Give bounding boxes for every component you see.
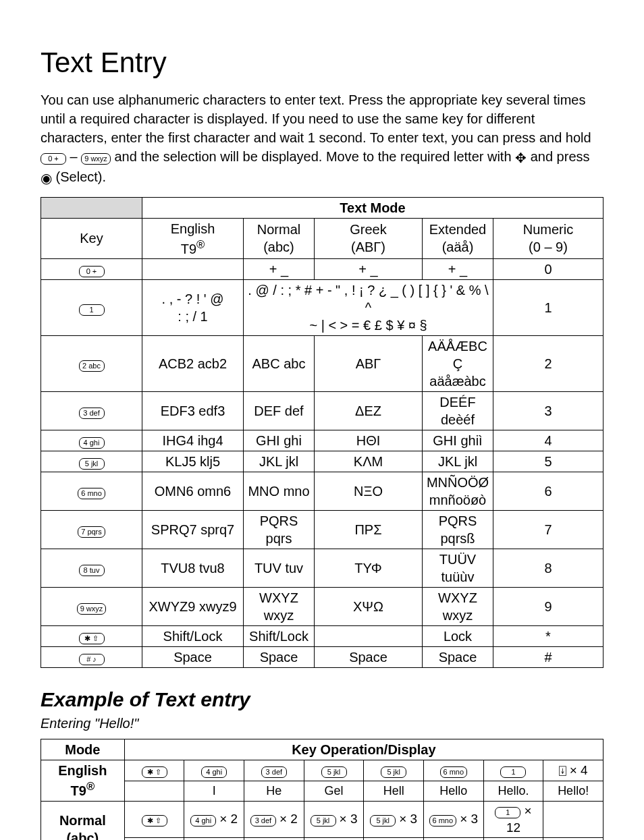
key-cell: 0 + <box>41 259 142 280</box>
cell: . @ / : ; * # + - " , ! ¡ ? ¿ _ ( ) [ ] … <box>244 280 493 336</box>
kstar-icon: ✱ ⇧ <box>142 815 167 827</box>
key-cell: 5 jkl <box>41 451 142 472</box>
cell: ABC abc <box>244 336 315 392</box>
intro-text: You can use alphanumeric characters to e… <box>41 90 603 187</box>
text-mode-table: Text Mode Key English T9® Normal (abc) G… <box>41 197 603 669</box>
khash-icon: # ♪ <box>79 654 105 665</box>
cell: 4 ghi × 2 <box>184 801 244 837</box>
cell: * <box>493 626 603 647</box>
cell: 3 <box>493 392 603 430</box>
k5-icon: 5 jkl <box>370 815 396 827</box>
kstar-icon: ✱ ⇧ <box>79 633 105 644</box>
cell: + _ <box>244 259 315 280</box>
table-row: 6 mnoOMN6 omn6MNO mnoΝΞΟMNÑOÖØ mnñoöøò6 <box>41 472 603 511</box>
cell: # <box>493 647 603 668</box>
cell: ΤΥΦ <box>315 549 423 588</box>
cell: 1 × 12 <box>483 801 543 837</box>
cell: TUV tuv <box>244 549 315 588</box>
table-row: 2 abcACB2 acb2ABC abcΑΒΓAÄÅÆBCÇ aäåæàbc2 <box>41 336 603 392</box>
key-0-icon: 0 + <box>41 153 66 165</box>
col-extended: Extended (aäå) <box>423 218 493 259</box>
k5-icon: 5 jkl <box>321 766 347 778</box>
col-key: Key <box>41 218 142 259</box>
cell: GHI ghiì <box>423 430 493 451</box>
cell: Space <box>142 647 244 668</box>
table-row: 4 ghiIHG4 ihg4GHI ghiΗΘΙGHI ghiì4 <box>41 430 603 451</box>
cell: ✱ ⇧ <box>124 801 184 837</box>
cell: Space <box>244 647 315 668</box>
nav-icon: ✥ <box>515 148 527 167</box>
k4-icon: 4 ghi <box>201 766 227 778</box>
k1-icon: 1 <box>495 807 520 818</box>
cell: PQRS pqrs <box>244 511 315 549</box>
k4-icon: 4 ghi <box>190 815 216 827</box>
cell: ΚΛΜ <box>315 451 423 472</box>
k6-icon: 6 mno <box>429 815 457 827</box>
cell: 5 jkl <box>364 760 424 781</box>
key-cell: ✱ ⇧ <box>41 626 142 647</box>
cell: Space <box>315 647 423 668</box>
key-9-icon: 9 wxyz <box>81 153 111 165</box>
table-row: Normal (abc)✱ ⇧4 ghi × 23 def × 25 jkl ×… <box>41 801 603 837</box>
key-cell: 9 wxyz <box>41 588 142 626</box>
cell: ΠΡΣ <box>315 511 423 549</box>
mode-cell: English T9® <box>41 760 125 802</box>
col-normal: Normal (abc) <box>244 218 315 259</box>
k9-icon: 9 wxyz <box>77 603 107 615</box>
cell: Gel <box>304 781 364 802</box>
cell: SPRQ7 sprq7 <box>142 511 244 549</box>
table-row: 7 pqrsSPRQ7 sprq7PQRS pqrsΠΡΣPQRS pqrsß7 <box>41 511 603 549</box>
cell: PQRS pqrsß <box>423 511 493 549</box>
cell: OMN6 omn6 <box>142 472 244 511</box>
blank-header <box>41 197 142 218</box>
k0-icon: 0 + <box>79 266 105 277</box>
table-row: English T9®✱ ⇧4 ghi3 def5 jkl5 jkl6 mno1… <box>41 760 603 781</box>
cell <box>124 781 184 802</box>
cell: He <box>244 781 304 802</box>
cell: Hell <box>364 781 424 802</box>
cell: Shift/Lock <box>142 626 244 647</box>
cell: 1 <box>493 280 603 336</box>
table-row: 8 tuvTVU8 tvu8TUV tuvΤΥΦTUÜV tuüùv8 <box>41 549 603 588</box>
cell: Hello! <box>543 781 603 802</box>
cell: 6 mno <box>423 760 483 781</box>
table-row: ✱ ⇧Shift/LockShift/LockLock* <box>41 626 603 647</box>
mode-cell: Normal (abc) <box>41 801 125 840</box>
cell: + _ <box>423 259 493 280</box>
col-english: English T9® <box>142 218 244 259</box>
intro-d: and press <box>531 149 590 164</box>
key-cell: 3 def <box>41 392 142 430</box>
table-row: 1. , - ? ! ' @ : ; / 1. @ / : ; * # + - … <box>41 280 603 336</box>
cell: ✱ ⇧ <box>124 760 184 781</box>
cell: 6 mno × 3 <box>423 801 483 837</box>
key-cell: # ♪ <box>41 647 142 668</box>
key-cell: 4 ghi <box>41 430 142 451</box>
cell: 5 <box>493 451 603 472</box>
cell: 3 def × 2 <box>244 801 304 837</box>
col-greek: Greek (ΑΒΓ) <box>315 218 423 259</box>
cell: 2 <box>493 336 603 392</box>
k4-icon: 4 ghi <box>79 437 105 449</box>
cell: 7 <box>493 511 603 549</box>
cell: 5 jkl × 3 <box>304 801 364 837</box>
cell: TVU8 tvu8 <box>142 549 244 588</box>
table-row: 5 jklKLJ5 klj5JKL jklΚΛΜJKL jkl5 <box>41 451 603 472</box>
cell: JKL jkl <box>244 451 315 472</box>
k1-icon: 1 <box>79 304 105 316</box>
select-icon: ◉ <box>41 169 52 188</box>
key-cell: 7 pqrs <box>41 511 142 549</box>
cell: DEF def <box>244 392 315 430</box>
table-row: 0 ++ _+ _+ _0 <box>41 259 603 280</box>
k3-icon: 3 def <box>79 408 105 419</box>
cell: 9 <box>493 588 603 626</box>
cell <box>315 626 423 647</box>
cell: ΝΞΟ <box>315 472 423 511</box>
cell <box>543 801 603 837</box>
table-row: 9 wxyzXWYZ9 xwyz9WXYZ wxyzΧΨΩWXYZ wxyz9 <box>41 588 603 626</box>
col-numeric: Numeric (0 – 9) <box>493 218 603 259</box>
k5-icon: 5 jkl <box>381 766 406 778</box>
cell: EDF3 edf3 <box>142 392 244 430</box>
cell: 8 <box>493 549 603 588</box>
example-table: Mode Key Operation/Display English T9®✱ … <box>41 739 603 840</box>
cell: . , - ? ! ' @ : ; / 1 <box>142 280 244 336</box>
